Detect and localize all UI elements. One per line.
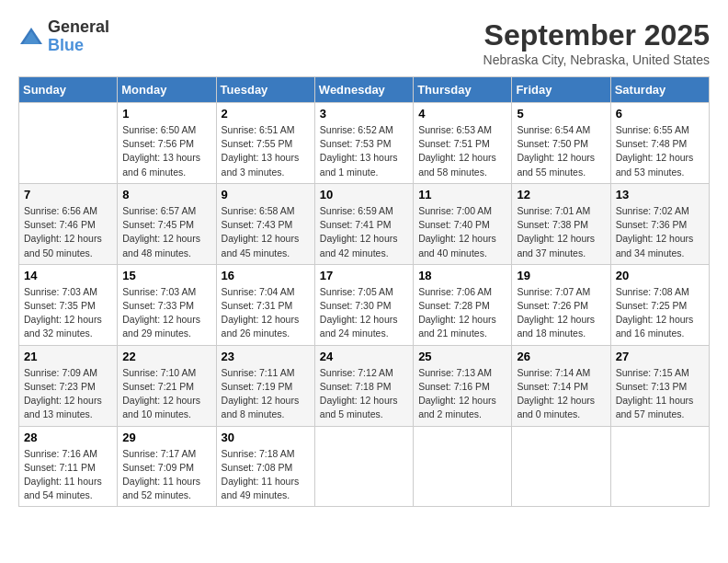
day-number: 13 — [616, 188, 704, 201]
day-number: 28 — [24, 431, 112, 444]
cell-details: Sunrise: 7:05 AM Sunset: 7:30 PM Dayligh… — [320, 285, 408, 341]
calendar-cell: 12Sunrise: 7:01 AM Sunset: 7:38 PM Dayli… — [512, 183, 610, 264]
day-number: 25 — [418, 350, 506, 363]
calendar-cell: 23Sunrise: 7:11 AM Sunset: 7:19 PM Dayli… — [216, 345, 314, 426]
day-number: 14 — [24, 269, 112, 282]
calendar-cell: 24Sunrise: 7:12 AM Sunset: 7:18 PM Dayli… — [314, 345, 413, 426]
calendar-cell: 16Sunrise: 7:04 AM Sunset: 7:31 PM Dayli… — [216, 264, 314, 345]
calendar-cell: 26Sunrise: 7:14 AM Sunset: 7:14 PM Dayli… — [512, 345, 610, 426]
cell-details: Sunrise: 7:12 AM Sunset: 7:18 PM Dayligh… — [320, 366, 408, 422]
calendar-cell: 19Sunrise: 7:07 AM Sunset: 7:26 PM Dayli… — [512, 264, 610, 345]
cell-details: Sunrise: 7:06 AM Sunset: 7:28 PM Dayligh… — [418, 285, 506, 341]
calendar-table: SundayMondayTuesdayWednesdayThursdayFrid… — [18, 76, 710, 507]
calendar-cell: 11Sunrise: 7:00 AM Sunset: 7:40 PM Dayli… — [414, 183, 512, 264]
cell-details: Sunrise: 6:52 AM Sunset: 7:53 PM Dayligh… — [320, 123, 408, 179]
day-number: 1 — [122, 107, 210, 121]
day-number: 4 — [418, 107, 506, 121]
day-number: 21 — [24, 350, 112, 363]
cell-details: Sunrise: 6:55 AM Sunset: 7:48 PM Dayligh… — [616, 123, 704, 179]
logo: General Blue — [18, 18, 109, 55]
day-number: 29 — [122, 431, 210, 444]
cell-details: Sunrise: 6:56 AM Sunset: 7:46 PM Dayligh… — [24, 204, 112, 260]
calendar-cell: 25Sunrise: 7:13 AM Sunset: 7:16 PM Dayli… — [414, 345, 512, 426]
week-row-3: 14Sunrise: 7:03 AM Sunset: 7:35 PM Dayli… — [19, 264, 710, 345]
title-block: September 2025 Nebraska City, Nebraska, … — [483, 18, 710, 67]
cell-details: Sunrise: 7:15 AM Sunset: 7:13 PM Dayligh… — [616, 366, 704, 422]
calendar-cell: 14Sunrise: 7:03 AM Sunset: 7:35 PM Dayli… — [19, 264, 118, 345]
day-number: 18 — [418, 269, 506, 282]
cell-details: Sunrise: 7:08 AM Sunset: 7:25 PM Dayligh… — [616, 285, 704, 341]
column-header-saturday: Saturday — [610, 77, 709, 103]
day-number: 20 — [616, 269, 704, 282]
calendar-cell: 2Sunrise: 6:51 AM Sunset: 7:55 PM Daylig… — [216, 103, 314, 184]
logo-icon — [18, 24, 44, 50]
cell-details: Sunrise: 7:11 AM Sunset: 7:19 PM Dayligh… — [222, 366, 310, 422]
cell-details: Sunrise: 6:58 AM Sunset: 7:43 PM Dayligh… — [222, 204, 310, 260]
calendar-cell — [414, 426, 512, 507]
cell-details: Sunrise: 7:17 AM Sunset: 7:09 PM Dayligh… — [122, 447, 210, 503]
cell-details: Sunrise: 7:04 AM Sunset: 7:31 PM Dayligh… — [222, 285, 310, 341]
day-number: 7 — [24, 188, 112, 201]
day-number: 15 — [122, 269, 210, 282]
day-number: 27 — [616, 350, 704, 363]
week-row-5: 28Sunrise: 7:16 AM Sunset: 7:11 PM Dayli… — [19, 426, 710, 507]
day-number: 6 — [616, 107, 704, 121]
day-number: 9 — [222, 188, 310, 201]
day-number: 26 — [517, 350, 605, 363]
column-header-thursday: Thursday — [414, 77, 512, 103]
calendar-cell: 5Sunrise: 6:54 AM Sunset: 7:50 PM Daylig… — [512, 103, 610, 184]
page-header: General Blue September 2025 Nebraska Cit… — [18, 18, 710, 67]
calendar-cell: 29Sunrise: 7:17 AM Sunset: 7:09 PM Dayli… — [118, 426, 216, 507]
calendar-cell — [512, 426, 610, 507]
day-number: 23 — [222, 350, 310, 363]
cell-details: Sunrise: 6:51 AM Sunset: 7:55 PM Dayligh… — [222, 123, 310, 179]
logo-general: General — [48, 17, 109, 36]
calendar-cell: 21Sunrise: 7:09 AM Sunset: 7:23 PM Dayli… — [19, 345, 118, 426]
calendar-cell: 22Sunrise: 7:10 AM Sunset: 7:21 PM Dayli… — [118, 345, 216, 426]
header-row: SundayMondayTuesdayWednesdayThursdayFrid… — [19, 77, 710, 103]
cell-details: Sunrise: 7:18 AM Sunset: 7:08 PM Dayligh… — [222, 447, 310, 503]
calendar-cell: 28Sunrise: 7:16 AM Sunset: 7:11 PM Dayli… — [19, 426, 118, 507]
calendar-cell: 13Sunrise: 7:02 AM Sunset: 7:36 PM Dayli… — [610, 183, 709, 264]
column-header-friday: Friday — [512, 77, 610, 103]
cell-details: Sunrise: 7:03 AM Sunset: 7:33 PM Dayligh… — [122, 285, 210, 341]
column-header-sunday: Sunday — [19, 77, 118, 103]
calendar-cell: 20Sunrise: 7:08 AM Sunset: 7:25 PM Dayli… — [610, 264, 709, 345]
day-number: 19 — [517, 269, 605, 282]
calendar-cell: 18Sunrise: 7:06 AM Sunset: 7:28 PM Dayli… — [414, 264, 512, 345]
cell-details: Sunrise: 7:00 AM Sunset: 7:40 PM Dayligh… — [418, 204, 506, 260]
calendar-cell: 3Sunrise: 6:52 AM Sunset: 7:53 PM Daylig… — [314, 103, 413, 184]
week-row-2: 7Sunrise: 6:56 AM Sunset: 7:46 PM Daylig… — [19, 183, 710, 264]
logo-blue: Blue — [48, 36, 84, 54]
calendar-cell: 17Sunrise: 7:05 AM Sunset: 7:30 PM Dayli… — [314, 264, 413, 345]
calendar-cell: 10Sunrise: 6:59 AM Sunset: 7:41 PM Dayli… — [314, 183, 413, 264]
day-number: 12 — [517, 188, 605, 201]
day-number: 10 — [320, 188, 408, 201]
day-number: 17 — [320, 269, 408, 282]
calendar-cell: 27Sunrise: 7:15 AM Sunset: 7:13 PM Dayli… — [610, 345, 709, 426]
cell-details: Sunrise: 7:01 AM Sunset: 7:38 PM Dayligh… — [517, 204, 605, 260]
day-number: 11 — [418, 188, 506, 201]
week-row-4: 21Sunrise: 7:09 AM Sunset: 7:23 PM Dayli… — [19, 345, 710, 426]
cell-details: Sunrise: 7:02 AM Sunset: 7:36 PM Dayligh… — [616, 204, 704, 260]
calendar-cell — [314, 426, 413, 507]
day-number: 24 — [320, 350, 408, 363]
cell-details: Sunrise: 6:53 AM Sunset: 7:51 PM Dayligh… — [418, 123, 506, 179]
column-header-wednesday: Wednesday — [314, 77, 413, 103]
cell-details: Sunrise: 7:07 AM Sunset: 7:26 PM Dayligh… — [517, 285, 605, 341]
day-number: 30 — [222, 431, 310, 444]
calendar-cell — [610, 426, 709, 507]
cell-details: Sunrise: 7:13 AM Sunset: 7:16 PM Dayligh… — [418, 366, 506, 422]
cell-details: Sunrise: 7:16 AM Sunset: 7:11 PM Dayligh… — [24, 447, 112, 503]
calendar-cell: 1Sunrise: 6:50 AM Sunset: 7:56 PM Daylig… — [118, 103, 216, 184]
cell-details: Sunrise: 7:10 AM Sunset: 7:21 PM Dayligh… — [122, 366, 210, 422]
calendar-cell: 6Sunrise: 6:55 AM Sunset: 7:48 PM Daylig… — [610, 103, 709, 184]
cell-details: Sunrise: 7:14 AM Sunset: 7:14 PM Dayligh… — [517, 366, 605, 422]
main-title: September 2025 — [483, 18, 710, 52]
column-header-monday: Monday — [118, 77, 216, 103]
day-number: 22 — [122, 350, 210, 363]
cell-details: Sunrise: 6:50 AM Sunset: 7:56 PM Dayligh… — [122, 123, 210, 179]
calendar-cell: 7Sunrise: 6:56 AM Sunset: 7:46 PM Daylig… — [19, 183, 118, 264]
week-row-1: 1Sunrise: 6:50 AM Sunset: 7:56 PM Daylig… — [19, 103, 710, 184]
column-header-tuesday: Tuesday — [216, 77, 314, 103]
